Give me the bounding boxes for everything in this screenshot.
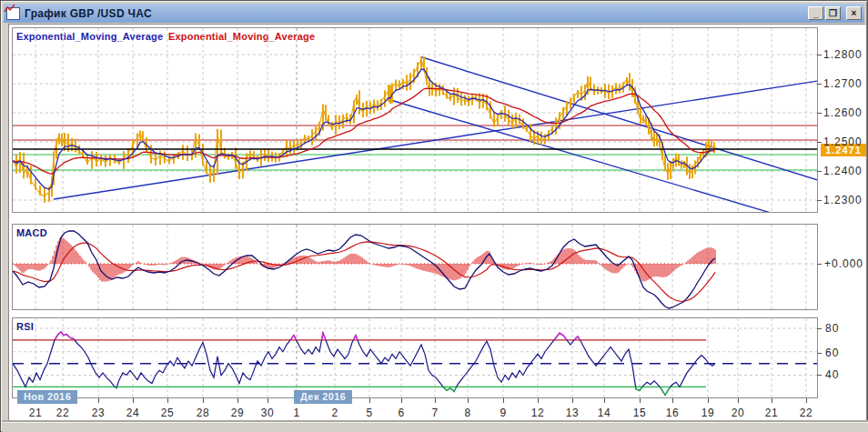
time-axis-tick: [369, 398, 370, 403]
price-axis-label: 1.2500: [823, 136, 863, 148]
axis-tick: [817, 171, 822, 172]
time-axis-tick: [604, 398, 605, 403]
macd-zero-label: +0.000: [824, 257, 863, 270]
axis-tick: [817, 84, 822, 85]
day-label: 6: [398, 407, 404, 419]
time-axis-tick: [806, 398, 807, 403]
time-axis-tick: [435, 398, 436, 403]
rsi-canvas[interactable]: [13, 318, 817, 397]
axis-tick: [817, 113, 822, 114]
day-label: 30: [261, 407, 274, 419]
day-label: 24: [126, 407, 139, 419]
chart-content: Exponential_Moving_Average Exponential_M…: [1, 1, 868, 432]
day-label: 25: [161, 407, 174, 419]
time-axis-tick: [503, 398, 504, 403]
day-label: 8: [464, 407, 470, 419]
month-label: Дек 2016: [294, 390, 352, 404]
rsi-indicator-panel[interactable]: RSI: [12, 317, 818, 398]
day-label: 22: [800, 407, 812, 419]
time-axis-tick: [203, 398, 204, 403]
price-axis-label: 1.2800: [823, 48, 863, 61]
price-axis-label: 1.2300: [823, 194, 863, 206]
macd-canvas[interactable]: [13, 225, 817, 309]
time-axis-tick: [401, 398, 402, 403]
macd-indicator-panel[interactable]: MACD: [12, 224, 818, 310]
axis-tick: [817, 353, 822, 354]
time-axis-tick: [772, 398, 772, 403]
time-axis-tick: [708, 398, 709, 403]
day-label: 14: [598, 407, 611, 419]
time-axis-tick: [167, 398, 168, 403]
day-label: 22: [56, 407, 69, 419]
chart-window: График GBP /USD ЧАС _ ❐ × Exponential_Mo…: [0, 0, 868, 432]
day-label: 9: [500, 407, 506, 419]
time-axis-tick: [133, 398, 134, 403]
rsi-axis-label: 40: [825, 368, 839, 381]
price-axis-label: 1.2600: [823, 106, 863, 119]
day-label: 20: [732, 407, 744, 419]
axis-tick: [817, 264, 822, 265]
time-axis-tick: [468, 398, 469, 403]
axis-tick: [817, 375, 822, 376]
day-label: 13: [566, 407, 579, 419]
day-label: 23: [92, 407, 105, 419]
time-axis-tick: [98, 398, 99, 403]
time-axis-tick: [538, 398, 539, 403]
day-label: 5: [366, 407, 372, 419]
rsi-axis-label: 60: [825, 347, 839, 359]
day-label: 19: [701, 407, 714, 419]
time-axis-tick: [267, 398, 268, 403]
day-label: 15: [633, 407, 646, 419]
day-label: 12: [531, 407, 544, 419]
price-axis-label: 1.2400: [823, 165, 863, 177]
time-axis-tick: [237, 398, 238, 403]
time-axis-tick: [572, 398, 573, 403]
day-label: 1: [293, 407, 299, 419]
time-axis-tick: [672, 398, 673, 403]
price-axis-label: 1.2700: [823, 77, 863, 90]
day-label: 7: [431, 407, 438, 419]
day-label: 2: [331, 407, 338, 419]
axis-tick: [817, 142, 822, 143]
month-label: Нов 2016: [17, 390, 77, 404]
axis-tick: [817, 200, 822, 201]
price-chart-canvas[interactable]: [13, 28, 817, 212]
day-label: 16: [666, 407, 679, 419]
price-chart-panel[interactable]: Exponential_Moving_Average Exponential_M…: [12, 27, 818, 213]
rsi-axis-label: 80: [825, 322, 839, 335]
time-axis-tick: [640, 398, 641, 403]
day-label: 21: [765, 407, 778, 419]
day-label: 21: [29, 407, 42, 419]
time-axis-tick: [738, 398, 739, 403]
axis-tick: [817, 55, 822, 55]
day-label: 29: [231, 407, 244, 419]
day-label: 28: [197, 407, 209, 419]
status-strip: [2, 422, 868, 432]
axis-tick: [817, 328, 822, 329]
